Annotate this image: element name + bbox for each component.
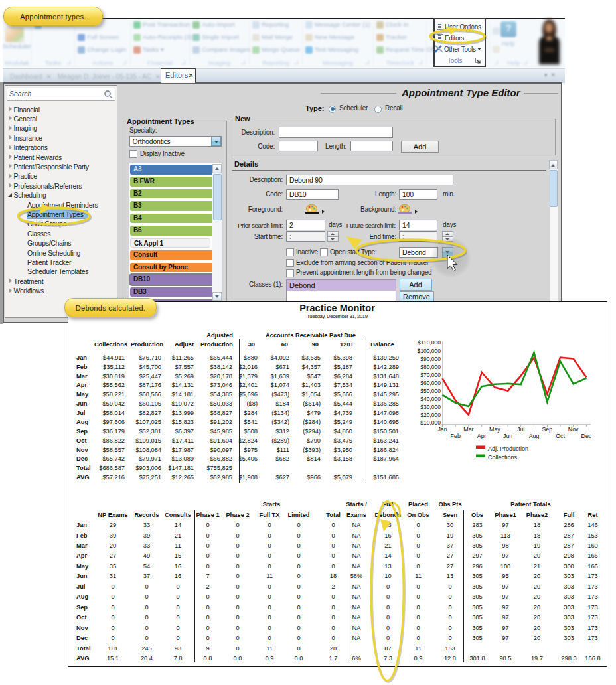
svg-text:$50,000: $50,000: [420, 388, 441, 394]
svg-text:Nov: Nov: [568, 426, 579, 433]
svg-text:$110,000: $110,000: [418, 339, 441, 346]
svg-text:$10,000: $10,000: [420, 419, 441, 426]
svg-text:Feb: Feb: [451, 433, 461, 439]
svg-text:Collections: Collections: [488, 454, 518, 461]
svg-text:$70,000: $70,000: [420, 372, 441, 378]
svg-text:Adj. Production: Adj. Production: [488, 445, 528, 452]
svg-text:$30,000: $30,000: [420, 404, 441, 410]
svg-text:Dec: Dec: [581, 433, 592, 439]
svg-text:Sep: Sep: [542, 426, 552, 433]
svg-text:$90,000: $90,000: [420, 356, 441, 362]
svg-text:$40,000: $40,000: [420, 396, 441, 402]
svg-text:Apr: Apr: [477, 433, 487, 439]
svg-text:Jul: Jul: [517, 426, 524, 433]
svg-text:$20,000: $20,000: [420, 412, 441, 418]
svg-text:$80,000: $80,000: [420, 364, 441, 370]
svg-text:Jan: Jan: [437, 426, 447, 433]
svg-text:$100,000: $100,000: [418, 348, 441, 354]
svg-text:Oct: Oct: [556, 433, 565, 439]
svg-text:Aug: Aug: [529, 433, 540, 439]
svg-text:$60,000: $60,000: [420, 380, 441, 386]
svg-text:Mar: Mar: [463, 426, 473, 433]
svg-text:Jun: Jun: [503, 433, 512, 439]
svg-text:May: May: [489, 426, 501, 433]
